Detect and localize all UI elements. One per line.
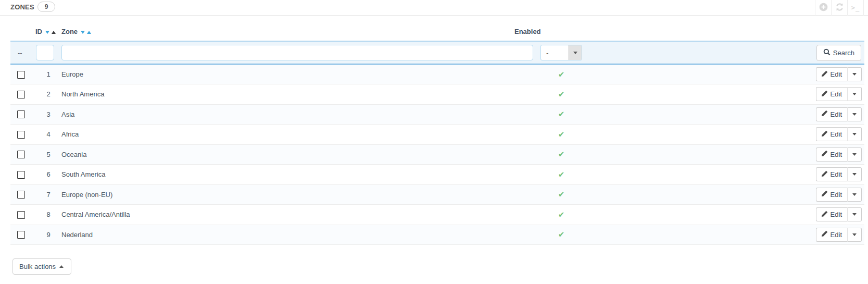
edit-dropdown-toggle[interactable] — [847, 107, 862, 121]
bulk-actions-label: Bulk actions — [19, 263, 56, 270]
edit-button[interactable]: Edit — [816, 67, 847, 81]
row-checkbox[interactable] — [17, 211, 25, 219]
zone-row: 1 Europe ✔ Edit — [10, 64, 864, 84]
row-actions: Edit — [816, 167, 862, 181]
caret-down-icon — [852, 133, 857, 135]
page-title: ZONES — [10, 3, 34, 11]
edit-button[interactable]: Edit — [816, 127, 847, 141]
caret-down-icon — [852, 233, 857, 236]
row-checkbox[interactable] — [17, 191, 25, 199]
enabled-check-icon: ✔ — [558, 90, 565, 98]
zone-id: 2 — [46, 90, 50, 98]
edit-dropdown-toggle[interactable] — [847, 87, 862, 101]
edit-button[interactable]: Edit — [816, 167, 847, 181]
row-checkbox[interactable] — [17, 71, 25, 79]
filter-row: -- - Search — [10, 41, 864, 64]
zone-id: 5 — [46, 151, 50, 158]
zone-row: 5 Oceania ✔ Edit — [10, 144, 864, 165]
enabled-check-icon: ✔ — [558, 70, 565, 79]
id-filter-input[interactable] — [36, 45, 54, 60]
edit-dropdown-toggle[interactable] — [847, 67, 862, 81]
pencil-icon — [821, 230, 831, 239]
sort-zone-asc-icon[interactable] — [87, 31, 91, 34]
edit-button[interactable]: Edit — [816, 87, 847, 101]
zone-id: 7 — [46, 191, 50, 199]
edit-button-label: Edit — [831, 231, 842, 239]
caret-down-icon — [852, 93, 857, 95]
row-checkbox[interactable] — [17, 171, 25, 179]
bulk-actions-button[interactable]: Bulk actions — [12, 258, 71, 275]
pencil-icon — [821, 130, 831, 139]
edit-button[interactable]: Edit — [816, 107, 847, 121]
add-new-button[interactable] — [815, 0, 831, 16]
row-actions: Edit — [816, 127, 862, 141]
caret-down-icon — [852, 193, 857, 196]
enabled-check-icon: ✔ — [558, 150, 565, 158]
zone-row: 2 North America ✔ Edit — [10, 84, 864, 105]
enabled-column-header: Enabled — [514, 16, 608, 41]
pencil-icon — [821, 90, 831, 98]
refresh-icon — [835, 3, 844, 13]
sort-zone-desc-icon[interactable] — [81, 31, 85, 34]
search-button[interactable]: Search — [816, 45, 861, 61]
zone-id: 4 — [46, 130, 50, 138]
edit-dropdown-toggle[interactable] — [847, 207, 862, 221]
enabled-column-label: Enabled — [514, 28, 541, 35]
row-actions: Edit — [816, 87, 862, 101]
pencil-icon — [821, 150, 831, 158]
terminal-icon: >_ — [851, 4, 860, 11]
zone-id: 3 — [46, 110, 50, 118]
count-badge: 9 — [37, 2, 55, 12]
plus-circle-icon — [819, 3, 828, 13]
edit-dropdown-toggle[interactable] — [847, 167, 862, 181]
show-sql-query-button[interactable]: >_ — [847, 0, 863, 16]
enabled-filter-value: - — [541, 49, 569, 57]
row-checkbox[interactable] — [17, 91, 25, 98]
select-toggle[interactable] — [569, 45, 582, 60]
edit-dropdown-toggle[interactable] — [847, 127, 862, 141]
zone-row: 7 Europe (non-EU) ✔ Edit — [10, 184, 864, 205]
table-body: 1 Europe ✔ Edit 2 North America ✔ — [10, 64, 864, 245]
zone-id: 9 — [46, 231, 50, 239]
row-actions: Edit — [816, 107, 862, 121]
search-icon — [823, 48, 833, 57]
edit-button[interactable]: Edit — [816, 207, 847, 221]
pencil-icon — [821, 170, 831, 179]
enabled-check-icon: ✔ — [558, 170, 565, 179]
edit-button-label: Edit — [831, 70, 842, 78]
row-checkbox[interactable] — [17, 110, 25, 118]
enabled-check-icon: ✔ — [558, 210, 565, 219]
edit-button-label: Edit — [831, 151, 842, 158]
enabled-check-icon: ✔ — [558, 230, 565, 239]
pencil-icon — [821, 110, 831, 118]
sort-id-asc-icon[interactable] — [52, 31, 56, 34]
enabled-filter-select[interactable]: - — [540, 45, 582, 60]
row-checkbox[interactable] — [17, 151, 25, 158]
caret-down-icon — [852, 153, 857, 156]
row-checkbox[interactable] — [17, 131, 25, 139]
table-header-row: ID Zone Enabled — [10, 16, 864, 41]
export-sql-button[interactable] — [863, 0, 868, 16]
id-column-header: ID — [35, 16, 61, 41]
edit-button-label: Edit — [831, 211, 842, 218]
zone-name: Europe (non-EU) — [61, 191, 112, 199]
sort-id-desc-icon[interactable] — [45, 31, 49, 34]
zone-name: South America — [61, 170, 106, 178]
edit-button-label: Edit — [831, 191, 842, 199]
edit-button[interactable]: Edit — [816, 188, 847, 202]
edit-button[interactable]: Edit — [816, 147, 847, 162]
row-actions: Edit — [816, 207, 862, 221]
edit-dropdown-toggle[interactable] — [847, 228, 862, 242]
edit-button-label: Edit — [831, 170, 842, 178]
refresh-button[interactable] — [831, 0, 847, 16]
edit-dropdown-toggle[interactable] — [847, 188, 862, 202]
zone-row: 4 Africa ✔ Edit — [10, 125, 864, 145]
zone-row: 8 Central America/Antilla ✔ Edit — [10, 205, 864, 225]
row-actions: Edit — [816, 188, 862, 202]
zone-name: Nederland — [61, 231, 93, 239]
zone-filter-input[interactable] — [61, 45, 533, 60]
row-checkbox[interactable] — [17, 231, 25, 239]
edit-dropdown-toggle[interactable] — [847, 147, 862, 162]
edit-button[interactable]: Edit — [816, 228, 847, 242]
zone-id: 8 — [46, 211, 50, 218]
